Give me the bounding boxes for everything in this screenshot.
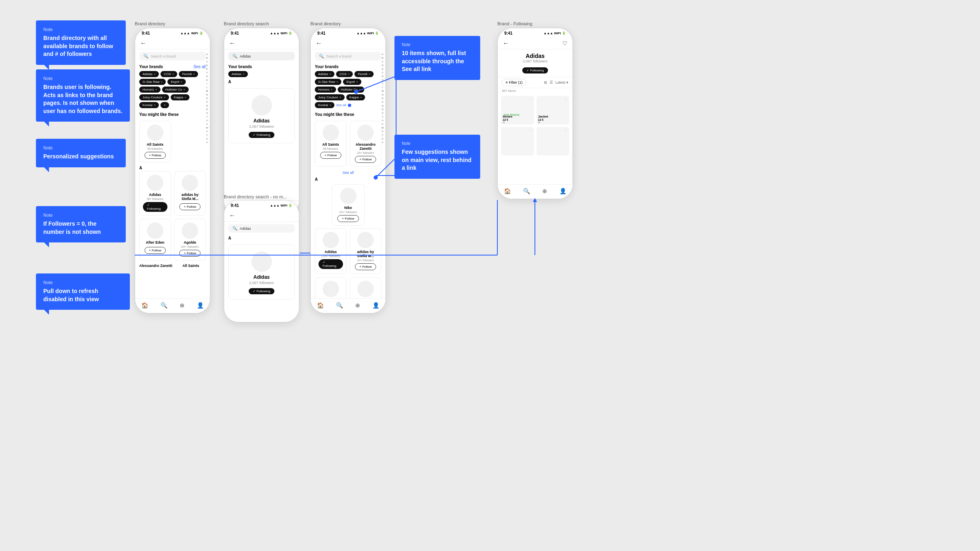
following-btn-brand-page[interactable]: ✓ Following: [522, 67, 548, 73]
follow-btn-stella-3[interactable]: + Follow: [355, 263, 376, 270]
phone-1-tags: Adidas × COS × Fiorelli × G-Star Raw × E…: [139, 71, 206, 108]
follow-btn-allsaints[interactable]: + Follow: [145, 152, 166, 159]
tag-homers-3[interactable]: Homers ×: [315, 87, 336, 93]
phone-4-time: 9:41: [504, 31, 512, 36]
brand-logo-adidas-2b: [252, 251, 272, 272]
follow-btn-nike-3[interactable]: + Follow: [337, 215, 359, 222]
product-grid: ♡ Free shipping Shoes 12 € M ♡ Jacket 12…: [498, 93, 572, 158]
search-nav-icon[interactable]: 🔍: [160, 302, 167, 309]
brand-feature-name: Adidas: [253, 118, 270, 124]
phone-4-filter-bar: ≡ Filter (1) ⊞ ☰ Latest ▾: [498, 77, 572, 88]
profile-icon-4[interactable]: 👤: [559, 188, 566, 194]
tag-more[interactable]: +: [160, 102, 169, 108]
brand-followers-agolde: 2m+ followers: [181, 245, 199, 248]
phone-2b-search-value: Adidas: [240, 227, 251, 231]
tag-kookai[interactable]: Kookai ×: [139, 102, 159, 108]
tag-esprit-3[interactable]: Esprit ×: [343, 79, 361, 85]
brand-logo-aftereden: [147, 222, 163, 239]
tag-cos-3[interactable]: COS ×: [336, 71, 353, 77]
brand-page-name: Adidas: [501, 53, 569, 59]
heart-nav-icon[interactable]: ♡: [562, 40, 568, 47]
add-icon-4[interactable]: ⊕: [542, 188, 547, 194]
profile-icon-3[interactable]: 👤: [372, 302, 379, 309]
follow-btn-zanetti-3[interactable]: + Follow: [355, 156, 376, 163]
search-nav-icon-4[interactable]: 🔍: [523, 188, 530, 194]
search-nav-icon-3[interactable]: 🔍: [336, 302, 343, 309]
tag-juicy-3[interactable]: Juicy Couture ×: [315, 94, 345, 100]
following-btn-adidas-3[interactable]: ✓ Following: [318, 259, 343, 269]
phone-3-back[interactable]: ←: [316, 40, 322, 47]
phone-1-search-placeholder: Search a brand: [151, 54, 176, 58]
tag-hollister-3[interactable]: Hollister Co ×: [338, 87, 364, 93]
tag-kookai-3[interactable]: Kookai ×: [315, 102, 334, 108]
brand-name-zanetti-row: Alessandro Zanetti All Saints: [135, 263, 210, 269]
phone-4-nav: ← ♡: [498, 37, 572, 49]
note-3-text: Personalized suggestions: [43, 153, 118, 161]
follow-btn-allsaints-3[interactable]: + Follow: [320, 152, 341, 159]
add-icon[interactable]: ⊕: [180, 302, 185, 309]
tag-fiorelli[interactable]: Fiorelli ×: [179, 71, 198, 77]
tag-adidas[interactable]: Adidas ×: [139, 71, 159, 77]
phone-2b-nav: ←: [224, 209, 299, 222]
phone-2b-search[interactable]: 🔍 Adidas: [228, 224, 295, 233]
sort-dropdown[interactable]: Latest ▾: [555, 80, 568, 84]
tag-cos[interactable]: COS ×: [160, 71, 177, 77]
see-all-3[interactable]: See all: [336, 102, 351, 108]
tag-fiorelli-3[interactable]: Fiorelli ×: [354, 71, 374, 77]
phone-3-see-all-link[interactable]: See all: [311, 169, 385, 176]
phone-4-back[interactable]: ←: [503, 40, 509, 47]
tag-gstar-3[interactable]: G-Star Raw ×: [315, 79, 341, 85]
product-heart-2[interactable]: ♡: [564, 98, 568, 102]
following-btn-2[interactable]: ✓ Following: [249, 132, 274, 138]
product-amount-2: 12 €: [538, 118, 548, 121]
phone-2-search[interactable]: 🔍 Adidas: [228, 52, 295, 60]
follow-btn-stella[interactable]: + Follow: [179, 203, 200, 210]
tag-adidas-3[interactable]: Adidas ×: [315, 71, 334, 77]
tag-kappa[interactable]: Kappa ×: [171, 94, 190, 100]
phone-1-suggestions-label: You might like these: [135, 111, 210, 118]
phone-1-section-header: Your brands See all: [139, 64, 206, 69]
home-icon[interactable]: 🏠: [141, 302, 148, 309]
product-heart-4[interactable]: ♡: [564, 129, 568, 133]
tag-kappa-3[interactable]: Kappa ×: [346, 94, 365, 100]
filter-right: ⊞ ☰ Latest ▾: [544, 80, 568, 84]
product-card-2: ♡ Jacket 12 € M: [537, 96, 570, 124]
follow-btn-agolde[interactable]: + Follow: [179, 250, 200, 257]
following-btn-2b[interactable]: ✓ Following: [249, 288, 274, 294]
phone-3-search[interactable]: 🔍 Search a brand: [315, 52, 381, 60]
following-btn-adidas[interactable]: ✓ Following: [143, 202, 167, 212]
filter-btn[interactable]: ≡ Filter (1): [502, 79, 526, 86]
tag-homers[interactable]: Homers ×: [139, 87, 160, 93]
brand-feature-followers: 2,067 followers: [249, 124, 274, 129]
tag-juicy[interactable]: Juicy Couture ×: [139, 94, 169, 100]
product-heart-3[interactable]: ♡: [529, 129, 532, 133]
home-icon-4[interactable]: 🏠: [504, 188, 511, 194]
grid-icon[interactable]: ⊞: [544, 80, 547, 84]
list-icon[interactable]: ☰: [550, 80, 553, 84]
tag-gstar[interactable]: G-Star Raw ×: [139, 79, 166, 85]
add-icon-3[interactable]: ⊕: [355, 302, 360, 309]
phone-2b-title: Brand directory search - no m...: [224, 194, 287, 199]
product-heart-1[interactable]: ♡: [529, 98, 532, 102]
phone-3-tags: Adidas × COS × Fiorelli × G-Star Raw × E…: [315, 71, 381, 108]
home-icon-3[interactable]: 🏠: [317, 302, 324, 309]
phone-1-title: Brand directory: [135, 21, 165, 26]
brand-followers-adidas-3: 2,067 followers: [321, 255, 340, 258]
search-icon-2b: 🔍: [232, 226, 237, 231]
phone-3-alpha-sidebar: ABC DEF GHI LMN OPQ RST UVW XYZ #: [380, 53, 385, 144]
phone-1-search[interactable]: 🔍 Search a brand: [139, 52, 206, 60]
brand-logo-allsaints: [147, 124, 163, 141]
phone-2b-back[interactable]: ←: [229, 212, 236, 219]
phone-1-back-btn[interactable]: ←: [140, 40, 147, 47]
profile-icon[interactable]: 👤: [197, 302, 204, 309]
phone-3-screen: 9:41 ▲▲▲ WiFi 🔋 ← 🔍 Search a brand Your …: [311, 28, 385, 313]
tag-esprit[interactable]: Esprit ×: [167, 79, 185, 85]
phone-2-back[interactable]: ←: [229, 40, 236, 47]
tag-hollister[interactable]: Hollister Co ×: [162, 87, 189, 93]
follow-btn-aftereden[interactable]: + Follow: [145, 247, 166, 254]
info-box-2-text: Few suggestions shown on main view, rest…: [402, 148, 473, 172]
brand-followers-allsaints-3: 56 followers: [323, 147, 338, 150]
brand-card-adidas-stella: adidas by Stella M... + Follow: [174, 171, 206, 216]
tag-adidas-2[interactable]: Adidas ×: [228, 71, 248, 77]
brand-logo-stella-3: [357, 232, 374, 248]
